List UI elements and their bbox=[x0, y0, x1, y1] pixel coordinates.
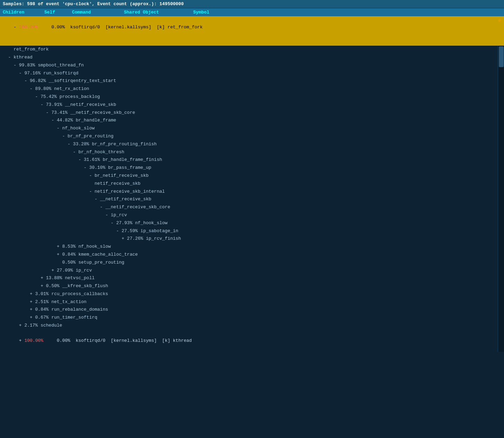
list-item[interactable]: - 99.83% smpboot_thread_fn bbox=[0, 62, 504, 70]
list-item[interactable]: + 13.88% netvsc_poll bbox=[0, 274, 504, 282]
list-item[interactable]: + 8.53% nf_hook_slow bbox=[0, 243, 504, 251]
list-item[interactable]: - br_nf_pre_routing bbox=[0, 133, 504, 140]
list-item[interactable]: + 0.67% run_timer_softirq bbox=[0, 314, 504, 322]
minus-prefix: - bbox=[14, 25, 19, 30]
list-item[interactable]: + 3.01% rcu_process_callbacks bbox=[0, 290, 504, 298]
scrollbar-thumb[interactable] bbox=[499, 46, 504, 67]
list-item[interactable]: - br_nf_hook_thresh bbox=[0, 148, 504, 156]
bottom-row[interactable]: + 100.00% 0.00% ksoftirqd/0 [kernel.kall… bbox=[0, 330, 504, 352]
col-header-symbol: Symbol bbox=[193, 10, 501, 15]
bottom-plus: + bbox=[19, 338, 25, 343]
list-item[interactable]: - nf_hook_slow bbox=[0, 125, 504, 133]
list-item[interactable]: + 0.50% __kfree_skb_flush bbox=[0, 282, 504, 290]
scrollbar[interactable] bbox=[498, 46, 504, 352]
list-item[interactable]: - 75.42% process_backlog bbox=[0, 93, 504, 101]
of-event-label: of event 'cpu-clock', Event count (appro… bbox=[38, 1, 183, 7]
list-item[interactable]: - netif_receive_skb_internal bbox=[0, 188, 504, 196]
list-item[interactable]: - 31.61% br_handle_frame_finish bbox=[0, 156, 504, 164]
list-item[interactable]: + 2.17% schedule bbox=[0, 322, 504, 330]
col-header-command: Command bbox=[72, 10, 124, 15]
list-item[interactable]: + 0.84% kmem_cache_alloc_trace bbox=[0, 251, 504, 259]
list-item[interactable]: - kthread bbox=[0, 54, 504, 62]
list-item[interactable]: 0.50% setup_pre_routing bbox=[0, 259, 504, 267]
list-item[interactable]: - br_netif_receive_skb bbox=[0, 172, 504, 180]
list-item[interactable]: + 27.09% ip_rcv bbox=[0, 267, 504, 275]
list-item[interactable]: - 89.80% net_rx_action bbox=[0, 85, 504, 93]
list-item[interactable]: - 27.93% nf_hook_slow bbox=[0, 219, 504, 227]
list-item[interactable]: - 96.82% __softirqentry_text_start bbox=[0, 77, 504, 85]
list-item[interactable]: - 33.28% br_nf_pre_routing_finish bbox=[0, 140, 504, 148]
list-item[interactable]: - 73.91% __netif_receive_skb bbox=[0, 101, 504, 109]
list-item[interactable]: netif_receive_skb bbox=[0, 180, 504, 188]
top-children-pct: 100.00% bbox=[19, 25, 38, 30]
list-item[interactable]: + 0.84% run_rebalance_domains bbox=[0, 306, 504, 314]
list-item[interactable]: - __netif_receive_skb_core bbox=[0, 203, 504, 211]
diamond-icon: ◆ bbox=[498, 16, 501, 25]
col-header-shared: Shared Object bbox=[124, 10, 193, 15]
top-row[interactable]: - 100.00% 0.00% ksoftirqd/0 [kernel.kall… bbox=[0, 16, 504, 46]
col-header-children: Children bbox=[3, 10, 44, 15]
top-self-area: 0.00% ksoftirqd/0 [kernel.kallsyms] [k] … bbox=[38, 25, 202, 30]
list-item[interactable]: ret_from_fork bbox=[0, 46, 504, 54]
list-item[interactable]: - ip_rcv bbox=[0, 211, 504, 219]
call-tree: ret_from_fork - kthread - 99.83% smpboot… bbox=[0, 46, 504, 352]
list-item[interactable]: - 97.16% run_ksoftirqd bbox=[0, 70, 504, 77]
list-item[interactable]: - 44.82% br_handle_frame bbox=[0, 117, 504, 125]
list-item[interactable]: - 27.59% ip_sabotage_in bbox=[0, 227, 504, 235]
header-bar: Samples: 598 of event 'cpu-clock', Event… bbox=[0, 0, 504, 8]
list-item[interactable]: + 2.51% net_tx_action bbox=[0, 298, 504, 306]
bottom-children-pct: 100.00% bbox=[24, 338, 43, 343]
list-item[interactable]: - 73.41% __netif_receive_skb_core bbox=[0, 109, 504, 117]
samples-label: Samples: 598 bbox=[3, 1, 35, 7]
column-headers: Children Self Command Shared Object Symb… bbox=[0, 8, 504, 16]
list-item[interactable]: + 27.26% ip_rcv_finish bbox=[0, 235, 504, 243]
list-item[interactable]: - __netif_receive_skb bbox=[0, 195, 504, 203]
profiler-window: Samples: 598 of event 'cpu-clock', Event… bbox=[0, 0, 504, 352]
col-header-self: Self bbox=[44, 10, 72, 15]
list-item[interactable]: - 30.10% br_pass_frame_up bbox=[0, 164, 504, 172]
bottom-self: 0.00% ksoftirqd/0 [kernel.kallsyms] [k] … bbox=[43, 338, 192, 343]
